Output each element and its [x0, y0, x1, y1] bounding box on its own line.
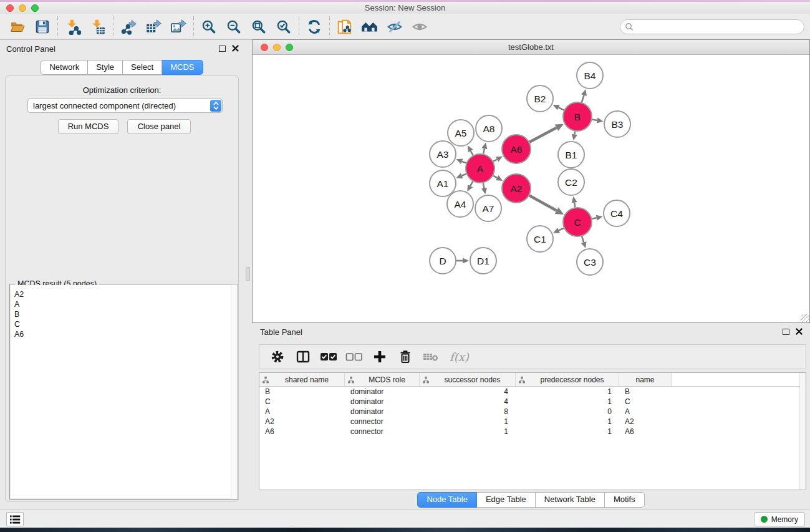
graph-edge-C-C4[interactable] [592, 215, 602, 221]
graph-edge-C-C3[interactable] [581, 236, 587, 248]
graph-node-A2[interactable]: A2 [502, 174, 531, 203]
graph-node-A[interactable]: A [466, 154, 494, 183]
export-network-button[interactable] [116, 16, 141, 38]
first-neighbors-button[interactable] [357, 16, 382, 38]
graph-edge-D-D1[interactable] [456, 258, 469, 263]
table-cell[interactable]: A2 [619, 417, 672, 427]
zoom-in-button[interactable] [196, 16, 221, 38]
splitter-grip[interactable] [246, 267, 250, 281]
table-options-button[interactable] [266, 346, 289, 367]
column-header-MCDS-role[interactable]: MCDS role [345, 373, 420, 386]
tab-network[interactable]: Network [41, 60, 88, 75]
show-all-button[interactable] [407, 16, 432, 38]
graph-edge-A2-C[interactable] [529, 196, 564, 215]
result-list-item[interactable]: C [11, 319, 237, 329]
graph-edge-B-B3[interactable] [592, 117, 604, 123]
graph-edge-A6-B[interactable] [529, 124, 564, 142]
table-cell[interactable]: C [619, 397, 672, 407]
graph-node-A7[interactable]: A7 [475, 195, 501, 221]
table-row[interactable]: A6connector11A6 [259, 427, 806, 437]
result-list-item[interactable]: A [11, 299, 237, 309]
graph-node-D1[interactable]: D1 [470, 248, 496, 274]
table-cell[interactable]: dominator [345, 397, 420, 407]
close-panel-button[interactable]: Close panel [127, 119, 191, 134]
show-panels-button[interactable] [6, 512, 24, 526]
export-table-button[interactable] [141, 16, 166, 38]
graph-edge-A-A5[interactable] [468, 145, 473, 155]
table-cell[interactable]: A [619, 407, 672, 417]
network-canvas[interactable]: B4B2BB3A8A5A6A3B1AC2A1A2A4A7C4CC1DD1C3 [253, 55, 809, 322]
graph-edge-A-A4[interactable] [467, 181, 473, 191]
table-cell[interactable]: A [259, 407, 345, 417]
create-column-button[interactable] [368, 346, 391, 367]
graph-edge-C-C1[interactable] [553, 228, 564, 233]
table-cell[interactable]: 1 [516, 397, 619, 407]
table-cell[interactable]: A6 [259, 427, 345, 437]
result-list-item[interactable]: A2 [11, 289, 237, 299]
graph-node-A3[interactable]: A3 [430, 141, 456, 167]
memory-button[interactable]: Memory [754, 512, 805, 526]
table-cell[interactable]: 1 [516, 387, 619, 397]
column-header-name[interactable]: name [619, 373, 672, 386]
search-input[interactable] [634, 21, 804, 32]
zoom-fit-button[interactable] [246, 16, 271, 38]
table-row[interactable]: Cdominator41C [259, 397, 806, 407]
table-row[interactable]: Bdominator41B [259, 387, 806, 397]
graph-node-B1[interactable]: B1 [558, 142, 584, 168]
graph-edge-A-A6[interactable] [493, 157, 503, 162]
graph-node-D[interactable]: D [430, 248, 456, 274]
table-cell[interactable]: connector [345, 417, 420, 427]
table-cell[interactable]: 1 [516, 417, 619, 427]
graph-node-C2[interactable]: C2 [558, 169, 584, 195]
function-builder-button[interactable]: f(x) [445, 346, 474, 367]
graph-node-A5[interactable]: A5 [448, 120, 474, 146]
export-image-button[interactable] [166, 16, 191, 38]
tab-select[interactable]: Select [123, 60, 162, 75]
duplicate-network-button[interactable] [332, 16, 357, 38]
table-cell[interactable]: 8 [420, 407, 516, 417]
network-window-titlebar[interactable]: testGlobe.txt [253, 40, 809, 55]
table-cell[interactable]: 1 [420, 417, 516, 427]
close-panel-icon[interactable] [232, 45, 239, 52]
graph-edge-A-A7[interactable] [481, 183, 487, 195]
table-cell[interactable]: A2 [259, 417, 345, 427]
graph-edge-B-B1[interactable] [572, 132, 577, 141]
float-table-panel-icon[interactable] [783, 329, 789, 335]
zoom-selected-button[interactable] [271, 16, 296, 38]
graph-node-A6[interactable]: A6 [502, 135, 531, 163]
search-field[interactable] [620, 19, 804, 34]
graph-node-C[interactable]: C [563, 208, 592, 236]
close-table-panel-icon[interactable] [796, 328, 803, 335]
result-list-item[interactable]: B [11, 309, 237, 319]
graph-node-B[interactable]: B [563, 102, 592, 131]
table-cell[interactable]: B [619, 387, 672, 397]
graph-edge-A-A2[interactable] [493, 175, 503, 181]
graph-edge-C-C2[interactable] [572, 196, 577, 208]
table-cell[interactable]: 1 [516, 427, 619, 437]
graph-node-A4[interactable]: A4 [447, 191, 473, 217]
table-cell[interactable]: B [259, 387, 345, 397]
delete-table-button[interactable] [419, 346, 442, 367]
table-cell[interactable]: 1 [420, 427, 516, 437]
import-network-button[interactable] [60, 16, 85, 38]
zoom-out-button[interactable] [221, 16, 246, 38]
graph-edge-B-B2[interactable] [553, 105, 564, 110]
table-cell[interactable]: A6 [619, 427, 672, 437]
deselect-all-columns-button[interactable] [342, 346, 365, 367]
graph-edge-A-A8[interactable] [481, 142, 487, 153]
column-header-predecessor-nodes[interactable]: predecessor nodes [516, 373, 619, 386]
hide-selected-button[interactable] [382, 16, 407, 38]
graph-node-C4[interactable]: C4 [604, 200, 630, 226]
table-cell[interactable]: dominator [345, 407, 420, 417]
graph-node-B2[interactable]: B2 [527, 85, 553, 112]
window-resize-grip[interactable] [801, 314, 809, 322]
graph-edge-B-B4[interactable] [581, 89, 587, 102]
result-scrollbar[interactable] [231, 284, 238, 499]
table-cell[interactable]: 4 [420, 387, 516, 397]
network-graph[interactable]: B4B2BB3A8A5A6A3B1AC2A1A2A4A7C4CC1DD1C3 [253, 55, 809, 322]
tab-network-table[interactable]: Network Table [536, 492, 605, 508]
graph-node-B3[interactable]: B3 [604, 111, 630, 137]
table-scrollbar[interactable] [799, 373, 806, 490]
table-cell[interactable]: 4 [420, 397, 516, 407]
refresh-button[interactable] [302, 16, 327, 38]
